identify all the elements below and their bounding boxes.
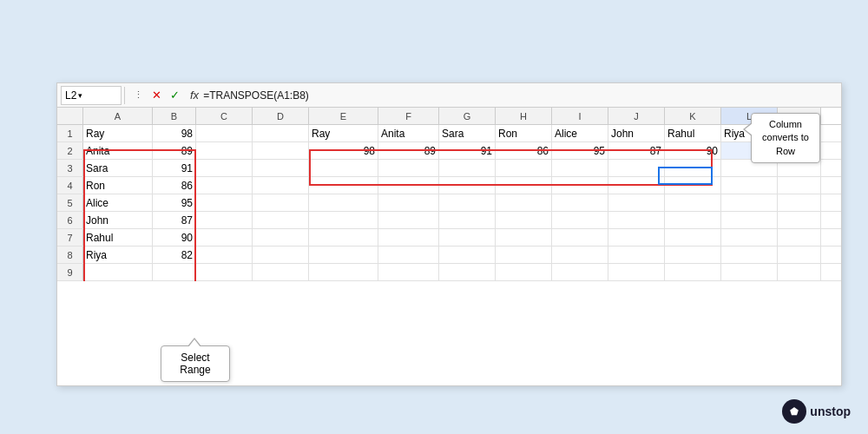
formula-text[interactable]: =TRANSPOSE(A1:B8) [203, 89, 838, 102]
cell-b3[interactable]: 91 [153, 160, 196, 176]
cell-l7[interactable] [721, 229, 778, 246]
cell-l5[interactable] [721, 194, 778, 211]
cell-j9[interactable] [608, 264, 665, 280]
cell-j7[interactable] [608, 229, 665, 246]
col-header-j[interactable]: J [608, 108, 665, 124]
cell-k7[interactable] [665, 229, 721, 246]
cell-m8[interactable] [778, 247, 821, 263]
cell-h5[interactable] [496, 194, 552, 211]
cell-b5[interactable]: 95 [153, 194, 196, 211]
cell-c8[interactable] [196, 247, 253, 263]
cell-j1[interactable]: John [608, 125, 665, 141]
cell-j6[interactable] [608, 212, 665, 228]
cell-a8[interactable]: Riya [83, 247, 153, 263]
cell-a2[interactable]: Anita [83, 142, 153, 159]
cell-d7[interactable] [253, 229, 309, 246]
cell-c7[interactable] [196, 229, 253, 246]
cell-e1[interactable]: Ray [309, 125, 378, 141]
cell-d3[interactable] [253, 160, 309, 176]
cell-e6[interactable] [309, 212, 378, 228]
col-header-h[interactable]: H [496, 108, 552, 124]
col-header-f[interactable]: F [378, 108, 439, 124]
cell-l4[interactable] [721, 177, 778, 194]
cell-b6[interactable]: 87 [153, 212, 196, 228]
cell-ref-box[interactable]: L2 ▾ [61, 86, 122, 105]
cell-c9[interactable] [196, 264, 253, 280]
cell-h2[interactable]: 86 [496, 142, 552, 159]
more-icon[interactable]: ⋮ [131, 89, 146, 102]
cell-f5[interactable] [378, 194, 439, 211]
cell-h7[interactable] [496, 229, 552, 246]
cell-k2[interactable]: 90 [665, 142, 721, 159]
cell-k5[interactable] [665, 194, 721, 211]
cell-j5[interactable] [608, 194, 665, 211]
cell-d5[interactable] [253, 194, 309, 211]
cell-f2[interactable]: 89 [378, 142, 439, 159]
cell-g7[interactable] [439, 229, 496, 246]
cell-f3[interactable] [378, 160, 439, 176]
cell-g4[interactable] [439, 177, 496, 194]
cell-b1[interactable]: 98 [153, 125, 196, 141]
cell-h8[interactable] [496, 247, 552, 263]
cell-e5[interactable] [309, 194, 378, 211]
cell-l6[interactable] [721, 212, 778, 228]
cell-i8[interactable] [552, 247, 608, 263]
cell-a3[interactable]: Sara [83, 160, 153, 176]
cell-c6[interactable] [196, 212, 253, 228]
cell-j8[interactable] [608, 247, 665, 263]
cell-g5[interactable] [439, 194, 496, 211]
cell-b8[interactable]: 82 [153, 247, 196, 263]
cell-c1[interactable] [196, 125, 253, 141]
cell-g1[interactable]: Sara [439, 125, 496, 141]
cell-e2[interactable]: 98 [309, 142, 378, 159]
cell-f4[interactable] [378, 177, 439, 194]
cell-h4[interactable] [496, 177, 552, 194]
cell-h3[interactable] [496, 160, 552, 176]
cell-f9[interactable] [378, 264, 439, 280]
cell-a1[interactable]: Ray [83, 125, 153, 141]
cell-k6[interactable] [665, 212, 721, 228]
cell-f1[interactable]: Anita [378, 125, 439, 141]
cell-k3[interactable] [665, 160, 721, 176]
cell-m9[interactable] [778, 264, 821, 280]
cell-k4[interactable] [665, 177, 721, 194]
cell-g9[interactable] [439, 264, 496, 280]
cancel-icon[interactable]: ✕ [149, 88, 164, 102]
confirm-icon[interactable]: ✓ [168, 88, 182, 102]
cell-j2[interactable]: 87 [608, 142, 665, 159]
cell-c5[interactable] [196, 194, 253, 211]
cell-g8[interactable] [439, 247, 496, 263]
cell-d2[interactable] [253, 142, 309, 159]
cell-i3[interactable] [552, 160, 608, 176]
col-header-k[interactable]: K [665, 108, 721, 124]
col-header-c[interactable]: C [196, 108, 253, 124]
cell-k8[interactable] [665, 247, 721, 263]
cell-m6[interactable] [778, 212, 821, 228]
cell-m7[interactable] [778, 229, 821, 246]
cell-d9[interactable] [253, 264, 309, 280]
cell-i6[interactable] [552, 212, 608, 228]
cell-b9[interactable] [153, 264, 196, 280]
cell-e7[interactable] [309, 229, 378, 246]
cell-i1[interactable]: Alice [552, 125, 608, 141]
cell-g2[interactable]: 91 [439, 142, 496, 159]
cell-d1[interactable] [253, 125, 309, 141]
cell-f6[interactable] [378, 212, 439, 228]
cell-a7[interactable]: Rahul [83, 229, 153, 246]
cell-k1[interactable]: Rahul [665, 125, 721, 141]
cell-m5[interactable] [778, 194, 821, 211]
cell-h9[interactable] [496, 264, 552, 280]
col-header-b[interactable]: B [153, 108, 196, 124]
col-header-i[interactable]: I [552, 108, 608, 124]
cell-i2[interactable]: 95 [552, 142, 608, 159]
cell-i5[interactable] [552, 194, 608, 211]
cell-b4[interactable]: 86 [153, 177, 196, 194]
cell-b7[interactable]: 90 [153, 229, 196, 246]
cell-a5[interactable]: Alice [83, 194, 153, 211]
cell-c3[interactable] [196, 160, 253, 176]
cell-i7[interactable] [552, 229, 608, 246]
cell-i9[interactable] [552, 264, 608, 280]
cell-g3[interactable] [439, 160, 496, 176]
cell-d8[interactable] [253, 247, 309, 263]
cell-m4[interactable] [778, 177, 821, 194]
